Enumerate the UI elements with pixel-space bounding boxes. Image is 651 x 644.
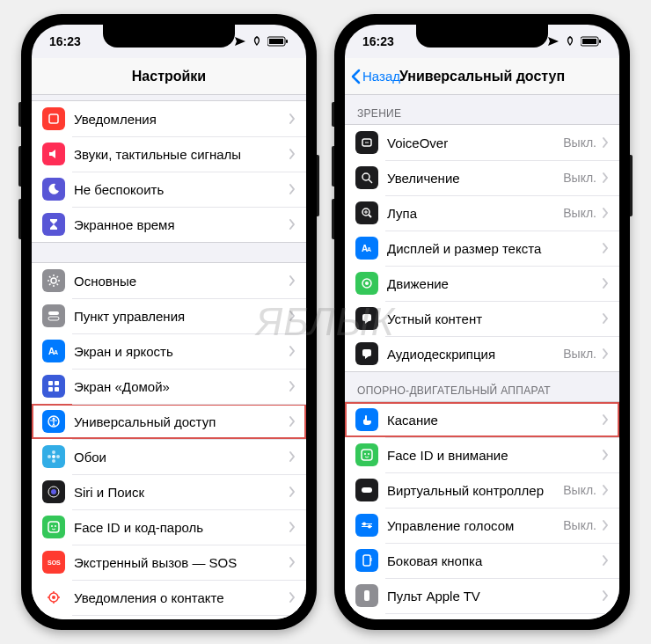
chevron-right-icon [602, 136, 609, 149]
list-item[interactable]: Касание [345, 402, 619, 437]
svg-rect-12 [55, 387, 59, 392]
page-title: Универсальный доступ [399, 69, 565, 84]
list-item-label: Обои [74, 450, 289, 465]
svg-rect-6 [48, 317, 59, 320]
chevron-right-icon [602, 589, 609, 602]
section-header: ОПОРНО-ДВИГАТЕЛЬНЫЙ АППАРАТ [345, 372, 619, 401]
list-item[interactable]: Face ID и код-пароль [32, 509, 306, 545]
list-item[interactable]: VoiceOver Выкл. [345, 125, 619, 160]
voicectrl-icon [355, 514, 378, 537]
svg-rect-41 [362, 349, 371, 356]
list-item[interactable]: Уведомления о контакте [32, 580, 306, 615]
list-item[interactable]: Siri и Поиск [32, 474, 306, 509]
chevron-right-icon [289, 450, 296, 463]
list-item[interactable]: AA Дисплей и размер текста [345, 231, 619, 266]
list-item[interactable]: Face ID и внимание [345, 437, 619, 472]
accessibility-content[interactable]: ЗРЕНИЕ VoiceOver Выкл. Увеличение Выкл. … [345, 95, 619, 619]
list-item[interactable]: Экранное время [32, 207, 306, 242]
list-item[interactable]: Движение [345, 266, 619, 301]
list-item-label: Основные [74, 274, 289, 289]
list-item[interactable]: AA Экран и яркость [32, 333, 306, 369]
sidebtn-icon [355, 549, 378, 572]
chevron-right-icon [602, 172, 609, 184]
list-item-label: Боковая кнопка [387, 553, 602, 568]
switch-icon [355, 479, 378, 501]
list-item[interactable]: Не беспокоить [32, 172, 306, 207]
battery-icon [267, 36, 289, 47]
svg-rect-52 [370, 558, 372, 561]
list-item-label: VoiceOver [387, 135, 563, 150]
chevron-right-icon [289, 556, 296, 568]
list-item[interactable]: Уведомления [32, 101, 306, 136]
airplane-icon [234, 36, 246, 47]
settings-content[interactable]: Уведомления Звуки, тактильные сигналы Не… [32, 95, 306, 619]
list-item-label: Движение [387, 276, 602, 291]
chevron-right-icon [602, 242, 609, 254]
svg-rect-40 [362, 314, 371, 321]
list-item-label: Универсальный доступ [74, 414, 289, 429]
nav-bar: Назад Универсальный доступ [345, 58, 619, 95]
list-item[interactable]: Увеличение Выкл. [345, 160, 619, 195]
list-item[interactable]: Универсальный доступ [32, 404, 306, 439]
list-item[interactable]: Экран «Домой» [32, 369, 306, 404]
chevron-right-icon [289, 218, 296, 231]
list-item[interactable]: Боковая кнопка [345, 543, 619, 578]
sound-icon [42, 143, 65, 165]
list-item-label: Экстренный вызов — SOS [74, 555, 289, 570]
svg-point-24 [55, 525, 56, 527]
svg-point-16 [52, 450, 55, 454]
list-item-value: Выкл. [563, 347, 596, 361]
chevron-right-icon [602, 554, 609, 567]
faceid-icon [355, 443, 378, 466]
list-item[interactable]: Пульт Apple TV [345, 578, 619, 613]
svg-point-50 [368, 525, 371, 529]
list-item[interactable]: Аккумулятор [32, 615, 306, 619]
status-time: 16:23 [49, 34, 81, 48]
list-item[interactable]: Пункт управления [32, 298, 306, 333]
list-item-label: Дисплей и размер текста [387, 241, 602, 256]
svg-rect-31 [582, 39, 596, 44]
chevron-right-icon [289, 274, 296, 287]
list-item[interactable]: Виртуальный контроллер Выкл. [345, 472, 619, 508]
list-item[interactable]: Звуки, тактильные сигналы [32, 136, 306, 172]
list-item[interactable]: Клавиатуры [345, 613, 619, 619]
svg-rect-10 [55, 381, 59, 385]
battery-icon [581, 36, 602, 47]
gear-icon [42, 269, 65, 292]
voiceover-icon [355, 131, 378, 154]
svg-rect-51 [363, 555, 370, 566]
notch [416, 25, 548, 48]
list-item[interactable]: SOS Экстренный вызов — SOS [32, 545, 306, 580]
back-label: Назад [362, 69, 400, 84]
svg-rect-22 [48, 522, 59, 532]
list-item[interactable]: Обои [32, 439, 306, 474]
list-item[interactable]: Основные [32, 263, 306, 298]
list-item-label: Аудиодескрипция [387, 347, 563, 362]
back-button[interactable]: Назад [350, 69, 400, 84]
textsize-icon: AA [42, 340, 65, 362]
textsize-icon: AA [355, 237, 378, 260]
svg-rect-42 [362, 450, 372, 460]
svg-point-17 [52, 459, 55, 463]
list-item[interactable]: Лупа Выкл. [345, 195, 619, 231]
section-header: ЗРЕНИЕ [345, 95, 619, 124]
list-item-label: Уведомления [74, 112, 289, 127]
list-item-label: Управление голосом [387, 518, 563, 533]
settings-group: Уведомления Звуки, тактильные сигналы Не… [32, 100, 306, 243]
moon-icon [42, 178, 65, 201]
list-item[interactable]: Управление голосом Выкл. [345, 508, 619, 543]
list-item-value: Выкл. [563, 518, 596, 532]
list-item[interactable]: Аудиодескрипция Выкл. [345, 336, 619, 371]
chevron-right-icon [602, 484, 609, 496]
list-item-label: Пункт управления [74, 309, 289, 324]
list-item-value: Выкл. [563, 171, 596, 185]
exposure-icon [42, 586, 65, 609]
list-item-label: Лупа [387, 206, 563, 221]
list-item-label: Устный контент [387, 311, 602, 326]
svg-point-4 [51, 278, 56, 283]
hourglass-icon [42, 213, 65, 236]
svg-point-18 [48, 455, 51, 458]
chevron-right-icon [289, 521, 296, 533]
svg-point-34 [362, 173, 369, 180]
list-item[interactable]: Устный контент [345, 301, 619, 336]
